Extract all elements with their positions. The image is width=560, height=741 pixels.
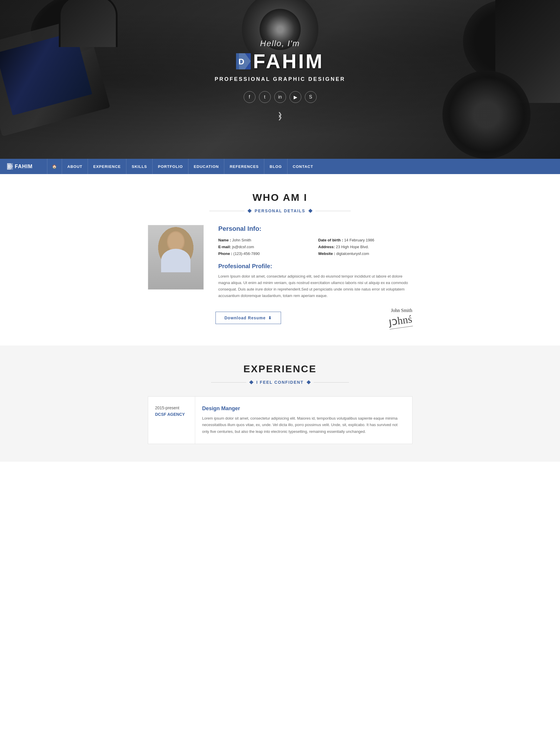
navbar-brand-name: FAHIM: [15, 163, 32, 170]
subheading-line-right: [316, 211, 351, 211]
info-column: Personal Info: Name : John Smith Date of…: [218, 225, 412, 299]
twitter-icon[interactable]: t: [259, 91, 271, 103]
exp-job-desc: Lorem ipsum dolor sit amet, consectetur …: [202, 415, 405, 434]
who-subheading-text: PERSONAL DETAILS: [255, 208, 305, 213]
download-resume-button[interactable]: Download Resume ⬇: [215, 312, 281, 324]
profile-photo-inner: [148, 225, 203, 289]
profile-text: Lorem Ipsum dolor sit amet, consectetur …: [218, 273, 412, 299]
exp-subheading-line-right: [313, 382, 349, 383]
profile-photo: [148, 225, 204, 290]
exp-right-col: Design Manger Lorem ipsum dolor sit amet…: [195, 397, 412, 444]
navbar: D FAHIM 🏠 ABOUT EXPERIENCE SKILLS PORTFO…: [0, 159, 560, 174]
linkedin-icon[interactable]: in: [274, 91, 286, 103]
exp-company: DCSF AGENCY: [155, 412, 188, 417]
hero-subtitle: PROFESSIONAL GRAPHIC DESIGNER: [215, 76, 345, 82]
bottom-row: Download Resume ⬇ John Smith ȷɔhnś: [148, 308, 412, 328]
nav-blog[interactable]: BLOG: [264, 159, 287, 174]
nav-skills[interactable]: SKILLS: [126, 159, 152, 174]
experience-heading: EXPERIENCE: [6, 363, 554, 375]
address-field: Address: 23 High Hope Blvd.: [319, 245, 412, 249]
youtube-icon[interactable]: ▶: [290, 91, 301, 103]
nav-experience[interactable]: EXPERIENCE: [88, 159, 126, 174]
nav-home[interactable]: 🏠: [47, 159, 62, 174]
name-field: Name : John Smith: [218, 238, 312, 242]
exp-left-col: 2015-present DCSF AGENCY: [148, 397, 195, 444]
svg-text:D: D: [8, 165, 10, 168]
experience-section: EXPERIENCE I FEEL CONFIDENT 2015-present…: [0, 345, 560, 461]
skype-icon[interactable]: S: [305, 91, 317, 103]
nav-portfolio[interactable]: PORTFOLIO: [152, 159, 188, 174]
facebook-icon[interactable]: f: [244, 91, 256, 103]
nav-items: 🏠 ABOUT EXPERIENCE SKILLS PORTFOLIO EDUC…: [47, 159, 319, 174]
exp-diamond-right-icon: [306, 380, 311, 384]
personal-section: Personal Info: Name : John Smith Date of…: [148, 225, 412, 299]
exp-years: 2015-present: [155, 405, 188, 410]
diamond-left-icon: [248, 209, 252, 213]
nav-education[interactable]: EDUCATION: [188, 159, 224, 174]
hero-name-row: D FAHIM: [215, 50, 345, 73]
who-heading: WHO AM I: [6, 192, 554, 203]
who-subheading: PERSONAL DETAILS: [6, 208, 554, 213]
navbar-logo-icon: D: [7, 163, 13, 170]
hero-section: Hello, I'm D FAHIM PROFESSIONAL GRAPHIC …: [0, 0, 560, 159]
phone-field: Phone : (123)-456-7890: [218, 251, 312, 256]
download-icon: ⬇: [268, 316, 272, 320]
signature-image: ȷɔhnś: [388, 313, 413, 330]
exp-diamond-left-icon: [249, 380, 254, 384]
svg-text:D: D: [238, 57, 244, 66]
email-field: E-mail: js@dcsf.com: [218, 245, 312, 249]
nav-about[interactable]: ABOUT: [62, 159, 88, 174]
who-am-i-section: WHO AM I PERSONAL DETAILS Personal Info:…: [0, 174, 560, 345]
experience-card: 2015-present DCSF AGENCY Design Manger L…: [148, 396, 412, 444]
navbar-brand[interactable]: D FAHIM: [0, 163, 47, 170]
nav-references[interactable]: REFERENCES: [224, 159, 264, 174]
hero-content: Hello, I'm D FAHIM PROFESSIONAL GRAPHIC …: [215, 39, 345, 120]
profile-title: Profesional Profile:: [218, 263, 412, 270]
signature-area: John Smith ȷɔhnś: [389, 308, 412, 328]
info-grid: Name : John Smith Date of birth : 14 Feb…: [218, 238, 412, 256]
hero-greeting: Hello, I'm: [215, 39, 345, 48]
hero-socials: f t in ▶ S: [215, 91, 345, 103]
photo-column: [148, 225, 207, 299]
diamond-right-icon: [308, 209, 312, 213]
scroll-down-icon[interactable]: ❯ ❯: [215, 112, 345, 120]
hero-name: FAHIM: [253, 50, 324, 73]
brand-logo-icon: D: [236, 53, 251, 69]
nav-contact[interactable]: CONTACT: [287, 159, 319, 174]
personal-info-title: Personal Info:: [218, 225, 412, 232]
subheading-line-left: [209, 211, 244, 211]
signature-name: John Smith: [389, 308, 412, 313]
dob-field: Date of birth : 14 February 1986: [319, 238, 412, 242]
website-field: Website : digtalcenturysf.com: [319, 251, 412, 256]
exp-subheading-line-left: [211, 382, 247, 383]
exp-job-title: Design Manger: [202, 405, 405, 412]
experience-subheading-text: I FEEL CONFIDENT: [256, 380, 304, 385]
experience-subheading: I FEEL CONFIDENT: [6, 380, 554, 385]
